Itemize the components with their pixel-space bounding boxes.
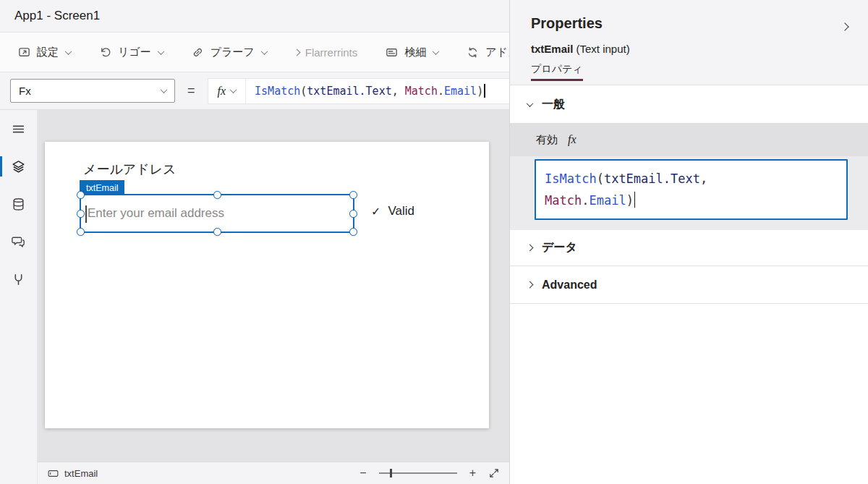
chevron-down-icon	[260, 48, 268, 55]
chevron-right-icon	[527, 245, 534, 252]
resize-handle-bottom-middle[interactable]	[213, 228, 221, 236]
resize-handle-bottom-left[interactable]	[77, 228, 85, 236]
chevron-right-icon	[294, 50, 299, 55]
rail-item-tools[interactable]	[0, 260, 37, 298]
panel-formula-editor[interactable]: IsMatch(txtEmail.Text,Match.Email)	[535, 159, 848, 220]
zoom-slider[interactable]	[379, 468, 457, 478]
ribbon-item-label: Flarrerrints	[305, 46, 358, 59]
selected-control-indicator[interactable]: txtEmail	[47, 467, 98, 480]
property-row-valid[interactable]: 有効 fx	[510, 123, 868, 156]
data-icon	[11, 197, 26, 212]
resize-handle-top-left[interactable]	[77, 191, 85, 199]
status-bar: txtEmail − +	[38, 462, 509, 484]
control-type: (Text input)	[573, 43, 629, 55]
properties-panel: Properties txtEmail (Text input) プロパティ 一…	[509, 0, 868, 484]
input-placeholder: Enter your email address	[88, 206, 224, 221]
section-advanced[interactable]: Advanced	[510, 266, 868, 304]
screen-artboard[interactable]: メールアドレス txtEmail Enter your email addres…	[45, 142, 489, 428]
text-input-icon	[47, 467, 59, 480]
zoom-controls: − +	[359, 467, 500, 479]
zoom-in-button[interactable]: +	[469, 467, 476, 479]
property-selector[interactable]: Fx	[10, 79, 175, 103]
text-input-control[interactable]: txtEmail Enter your email address	[80, 194, 354, 233]
zoom-slider-thumb[interactable]	[390, 469, 392, 477]
tree-view-icon	[11, 159, 26, 174]
ribbon-item-label: 設定	[37, 46, 59, 59]
ribbon-item-label: リゴー	[118, 46, 151, 59]
section-data-label: データ	[542, 240, 577, 255]
tab-properties[interactable]: プロパティ	[531, 63, 583, 80]
rail-item-menu[interactable]	[0, 110, 37, 148]
resize-handle-middle-right[interactable]	[349, 210, 357, 218]
text-caret	[85, 205, 87, 223]
property-editor-block: 有効 fx IsMatch(txtEmail.Text,Match.Email)	[510, 123, 868, 230]
sync-icon	[466, 46, 480, 59]
menu-icon	[11, 122, 26, 137]
resize-handle-bottom-right[interactable]	[349, 228, 357, 236]
link-icon	[191, 46, 205, 59]
control-name-tag: txtEmail	[80, 180, 124, 195]
chevron-down-icon	[527, 100, 534, 107]
powerapps-studio: App1 - Screen1 app1 ?	[0, 0, 868, 484]
rail-item-tree-view[interactable]	[0, 148, 37, 185]
chevron-down-icon	[433, 48, 440, 55]
rail-item-data[interactable]	[0, 185, 37, 223]
panel-title: Properties	[531, 15, 603, 32]
ribbon-item-screen[interactable]: 設定	[17, 46, 71, 59]
chevron-right-icon	[841, 22, 848, 30]
ribbon-item-label: 検細	[404, 46, 426, 59]
valid-label-text: Valid	[388, 204, 414, 218]
zoom-out-button[interactable]: −	[359, 467, 366, 479]
selected-control-summary: txtEmail (Text input)	[531, 43, 630, 55]
resize-handle-middle-left[interactable]	[77, 210, 85, 218]
fx-label: fx	[218, 85, 226, 98]
property-fx-badge: fx	[568, 133, 576, 146]
panel-collapse-button[interactable]	[842, 20, 848, 33]
ribbon-item-undo[interactable]: リゴー	[98, 46, 163, 59]
formula-text[interactable]: IsMatch(txtEmail.Text, Match.Email)	[246, 84, 485, 98]
resize-handle-top-middle[interactable]	[213, 191, 221, 199]
section-general-label: 一般	[542, 97, 565, 112]
panel-formula-text: IsMatch(txtEmail.Text,Match.Email)	[545, 168, 838, 211]
fx-dropdown[interactable]: fx	[208, 79, 247, 103]
fit-to-window-button[interactable]	[488, 467, 500, 479]
app-title: App1 - Screen1	[14, 9, 100, 23]
advanced-tools-icon	[11, 272, 26, 287]
rail-item-media[interactable]	[0, 223, 37, 260]
list-icon	[385, 46, 399, 59]
section-advanced-label: Advanced	[542, 279, 597, 292]
expand-icon	[488, 467, 500, 479]
control-name: txtEmail	[531, 43, 573, 55]
email-label-control[interactable]: メールアドレス	[83, 161, 176, 178]
property-label: 有効	[536, 133, 558, 147]
chevron-down-icon	[230, 86, 237, 93]
canvas-area: メールアドレス txtEmail Enter your email addres…	[38, 110, 509, 462]
undo-icon	[98, 46, 112, 59]
left-rail	[0, 110, 38, 484]
checkmark-icon: ✓	[371, 205, 380, 218]
ribbon-item-link[interactable]: プラーフ	[191, 46, 267, 59]
section-general[interactable]: 一般	[510, 85, 868, 123]
equals-sign: =	[187, 83, 195, 98]
valid-label-control[interactable]: ✓ Valid	[371, 204, 414, 218]
property-selector-value: Fx	[19, 85, 31, 97]
resize-handle-top-right[interactable]	[349, 191, 357, 199]
screen-icon	[17, 46, 31, 59]
properties-panel-header: Properties txtEmail (Text input) プロパティ	[510, 0, 868, 85]
ribbon-item-chevron-right: Flarrerrints	[294, 46, 358, 59]
ribbon-item-label: プラーフ	[210, 46, 255, 59]
chevron-down-icon	[65, 48, 72, 55]
section-data[interactable]: データ	[510, 230, 868, 266]
chevron-down-icon	[157, 48, 164, 55]
chat-icon	[11, 234, 26, 250]
chevron-right-icon	[527, 281, 534, 289]
ribbon-item-list[interactable]: 検細	[385, 46, 438, 59]
chevron-down-icon	[161, 86, 168, 93]
selected-control-name: txtEmail	[64, 468, 98, 479]
